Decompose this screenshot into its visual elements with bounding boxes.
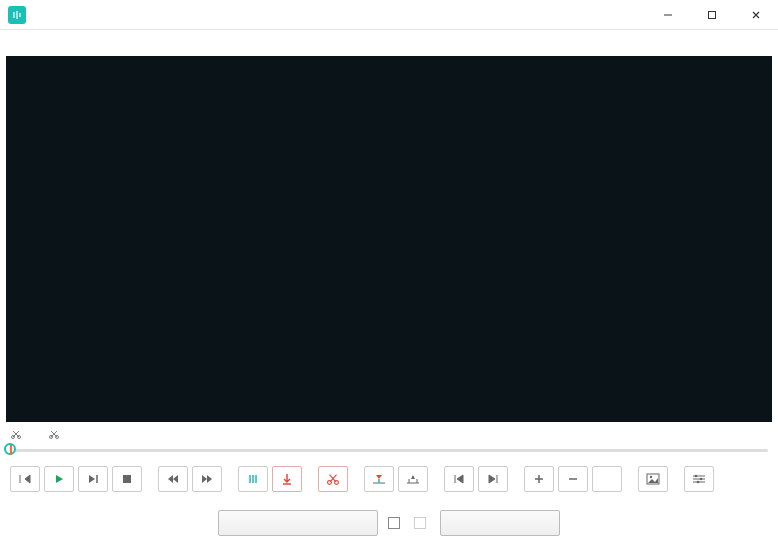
svg-point-10 [695,475,698,478]
selection-start-group [10,428,24,440]
checkbox-icon [414,517,426,529]
image-button[interactable] [638,466,668,492]
minimize-button[interactable] [646,0,690,30]
app-logo-icon [8,6,26,24]
close-button[interactable] [734,0,778,30]
convert-button[interactable] [218,510,378,536]
forward-button[interactable] [192,466,222,492]
menu-options[interactable] [40,40,52,44]
scissors-icon [10,428,22,440]
play-button[interactable] [44,466,74,492]
position-slider[interactable] [10,442,768,458]
maximize-button[interactable] [690,0,734,30]
marker-add-button[interactable] [238,466,268,492]
svg-point-9 [650,476,652,478]
trim-in-button[interactable] [364,466,394,492]
marker-down-button[interactable] [272,466,302,492]
cut-button[interactable] [318,466,348,492]
checkbox-icon [388,517,400,529]
toolbar [0,458,778,500]
settings-button[interactable] [684,466,714,492]
zoom-reset-button[interactable] [592,466,622,492]
waveform-display[interactable] [6,56,772,422]
selection2-group [48,428,62,440]
svg-rect-5 [123,475,131,483]
split-fragments-checkbox [414,517,430,529]
menu-help[interactable] [56,40,68,44]
svg-point-12 [697,481,700,484]
svg-rect-0 [709,11,716,18]
menu-edit[interactable] [24,40,36,44]
split-tags-checkbox[interactable] [388,517,404,529]
time-info-row [0,422,778,442]
rewind-button[interactable] [158,466,188,492]
slider-track [10,449,768,452]
stop-button[interactable] [112,466,142,492]
play-selection-button[interactable] [78,466,108,492]
scissors-icon [48,428,60,440]
goto-start-button[interactable] [444,466,474,492]
goto-end-button[interactable] [478,466,508,492]
titlebar [0,0,778,30]
menubar [0,30,778,54]
svg-point-11 [700,478,703,481]
trim-out-button[interactable] [398,466,428,492]
zoom-out-button[interactable] [558,466,588,492]
zoom-in-button[interactable] [524,466,554,492]
save-button[interactable] [440,510,560,536]
prev-track-button[interactable] [10,466,40,492]
slider-marker [10,445,12,455]
menu-file[interactable] [8,40,20,44]
bottom-bar [0,500,778,550]
